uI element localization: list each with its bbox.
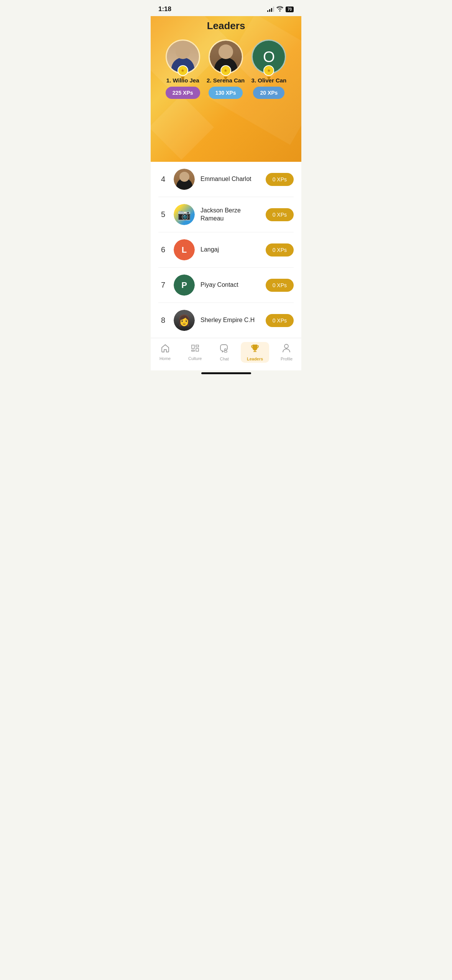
rank3-medal — [263, 65, 274, 76]
battery-icon: 70 — [286, 7, 294, 12]
rank1-avatar-wrap — [166, 39, 200, 74]
list-avatar: L — [174, 239, 195, 260]
nav-label-leaders: Leaders — [247, 357, 263, 361]
list-avatar — [174, 169, 195, 190]
letter-avatar: L — [174, 239, 195, 260]
rank2-xp: 130 XPs — [209, 87, 243, 99]
rank-number: 5 — [158, 210, 168, 219]
wifi-icon — [276, 6, 283, 13]
signal-icon — [267, 7, 274, 12]
leader-list: 4 Emmanuel Charlot 0 XPs 5 📷 Jackson Ber… — [151, 162, 301, 338]
list-item[interactable]: 5 📷 Jackson Berze Rameau 0 XPs — [158, 197, 294, 232]
nav-item-culture[interactable]: Culture — [182, 342, 208, 362]
svg-point-8 — [284, 344, 288, 348]
list-xp: 0 XPs — [266, 314, 294, 327]
rank1-xp: 225 XPs — [166, 87, 200, 99]
status-time: 1:18 — [158, 5, 171, 13]
list-xp: 0 XPs — [266, 173, 294, 186]
svg-rect-2 — [196, 349, 199, 351]
list-xp: 0 XPs — [266, 279, 294, 292]
nav-label-culture: Culture — [188, 356, 202, 361]
camera-avatar-icon: 📷 — [174, 204, 195, 225]
home-icon — [161, 344, 170, 355]
home-indicator — [201, 372, 251, 374]
nav-item-leaders[interactable]: Leaders — [241, 342, 269, 363]
list-item[interactable]: 4 Emmanuel Charlot 0 XPs — [158, 162, 294, 197]
status-bar: 1:18 70 — [151, 0, 301, 16]
status-icons: 70 — [267, 6, 294, 13]
list-name: Jackson Berze Rameau — [201, 207, 260, 223]
rank-number: 6 — [158, 245, 168, 254]
profile-icon — [282, 344, 291, 355]
list-item[interactable]: 6 L Langaj 0 XPs — [158, 232, 294, 268]
letter-avatar: P — [174, 275, 195, 296]
podium-item-rank3: O 3. Oliver Can 20 XPs — [251, 39, 287, 99]
rank3-xp: 20 XPs — [253, 87, 284, 99]
svg-rect-3 — [192, 350, 194, 351]
list-avatar: 📷 — [174, 204, 195, 225]
podium-item-rank2: 2. Serena Can 130 XPs — [207, 39, 245, 99]
list-name: Sherley Empire C.H — [201, 316, 260, 324]
bottom-navigation: Home Culture Chat — [151, 338, 301, 370]
page-title: Leaders — [158, 20, 294, 32]
list-name: Langaj — [201, 246, 260, 254]
nav-label-home: Home — [159, 356, 171, 361]
rank1-medal — [178, 65, 188, 76]
rank2-avatar-wrap — [209, 39, 243, 74]
rank-number: 8 — [158, 316, 168, 325]
nav-item-profile[interactable]: Profile — [274, 342, 299, 363]
list-avatar: P — [174, 275, 195, 296]
rank3-avatar-letter: O — [263, 48, 275, 66]
culture-icon — [191, 344, 200, 355]
nav-item-chat[interactable]: Chat — [213, 342, 235, 363]
list-name: Piyay Contact — [201, 281, 260, 289]
list-xp: 0 XPs — [266, 208, 294, 221]
list-xp: 0 XPs — [266, 243, 294, 257]
rank3-avatar-wrap: O — [251, 39, 286, 74]
nav-label-chat: Chat — [220, 357, 229, 361]
list-item[interactable]: 8 👩 Sherley Empire C.H 0 XPs — [158, 303, 294, 338]
rank-number: 4 — [158, 175, 168, 184]
podium: 1. Willio Jea 225 XPs 2. Serena Can 130 … — [158, 39, 294, 99]
rank2-medal — [220, 65, 231, 76]
rank-number: 7 — [158, 281, 168, 289]
chat-icon — [219, 344, 229, 355]
nav-item-home[interactable]: Home — [153, 342, 177, 362]
hero-section: Leaders 1. Willio Jea 225 XPs — [151, 16, 301, 162]
list-avatar: 👩 — [174, 310, 195, 331]
svg-rect-0 — [192, 345, 194, 349]
list-item[interactable]: 7 P Piyay Contact 0 XPs — [158, 268, 294, 303]
nav-label-profile: Profile — [281, 357, 293, 361]
list-name: Emmanuel Charlot — [201, 175, 260, 183]
svg-rect-1 — [196, 345, 199, 347]
trophy-icon — [250, 344, 260, 355]
podium-item-rank1: 1. Willio Jea 225 XPs — [166, 39, 200, 99]
